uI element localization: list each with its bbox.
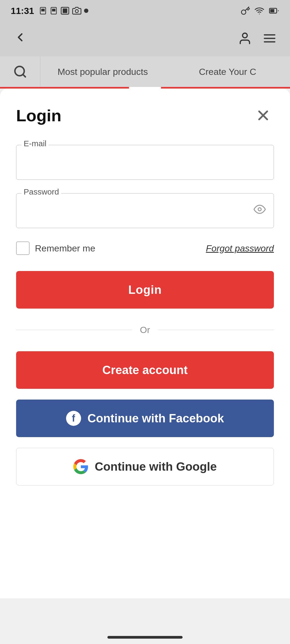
svg-point-6 — [75, 10, 78, 13]
google-icon — [73, 459, 88, 474]
google-login-button[interactable]: Continue with Google — [16, 448, 274, 485]
show-password-icon[interactable] — [253, 203, 266, 218]
svg-point-19 — [258, 208, 261, 211]
svg-line-16 — [23, 74, 25, 77]
remember-left: Remember me — [16, 241, 95, 255]
email-group: E-mail — [16, 145, 274, 180]
camera-icon — [72, 6, 81, 15]
email-label: E-mail — [21, 139, 49, 148]
profile-icon[interactable] — [238, 31, 252, 46]
facebook-icon: f — [66, 411, 81, 426]
password-group: Password — [16, 193, 274, 228]
wifi-icon — [254, 6, 265, 16]
forgot-password-link[interactable]: Forgot password — [206, 243, 274, 254]
email-input[interactable] — [16, 145, 274, 180]
header-right — [238, 31, 277, 46]
password-label: Password — [21, 187, 61, 196]
tab-indicator — [129, 87, 161, 89]
sim-icon — [39, 7, 47, 15]
nav-tabs: Most popular products Create Your C — [0, 56, 290, 89]
notification-dot-icon — [84, 9, 88, 13]
modal-header: Login — [16, 105, 274, 126]
search-icon — [13, 65, 27, 79]
facebook-login-button[interactable]: f Continue with Facebook — [16, 400, 274, 437]
svg-point-11 — [242, 33, 247, 38]
svg-point-7 — [84, 9, 88, 13]
status-bar-left: 11:31 — [11, 6, 88, 16]
active-tab-bar — [0, 87, 290, 89]
modal-title: Login — [16, 106, 61, 125]
or-divider: Or — [16, 325, 274, 335]
back-button[interactable] — [13, 31, 27, 47]
screen-record-icon — [60, 6, 70, 15]
password-input[interactable] — [16, 193, 274, 228]
remember-me-checkbox[interactable] — [16, 241, 30, 255]
sim2-icon — [50, 7, 58, 15]
modal-content: Login E-mail Password — [0, 89, 290, 598]
status-time: 11:31 — [11, 6, 34, 16]
svg-rect-10 — [270, 9, 274, 12]
create-account-button[interactable]: Create account — [16, 351, 274, 389]
app-header — [0, 21, 290, 56]
svg-rect-1 — [41, 9, 45, 12]
divider-line-right — [158, 330, 274, 330]
remember-row: Remember me Forgot password — [16, 241, 274, 255]
divider-line-left — [16, 330, 132, 330]
home-indicator — [107, 636, 183, 639]
battery-icon — [269, 6, 279, 16]
remember-me-label: Remember me — [35, 243, 95, 254]
login-button[interactable]: Login — [16, 271, 274, 309]
svg-rect-5 — [63, 9, 67, 13]
close-button[interactable] — [252, 105, 274, 126]
create-your-tab[interactable]: Create Your C — [165, 56, 290, 87]
menu-icon[interactable] — [263, 31, 277, 46]
status-bar-right — [241, 6, 279, 16]
status-bar: 11:31 — [0, 0, 290, 21]
most-popular-tab[interactable]: Most popular products — [40, 56, 165, 87]
nav-tabs-wrapper: Most popular products Create Your C — [0, 56, 290, 89]
login-modal: Login E-mail Password — [0, 89, 290, 598]
svg-rect-3 — [52, 9, 56, 12]
or-text: Or — [140, 325, 150, 335]
key-icon — [241, 6, 250, 16]
search-tab[interactable] — [0, 56, 40, 87]
status-icons — [39, 6, 88, 15]
